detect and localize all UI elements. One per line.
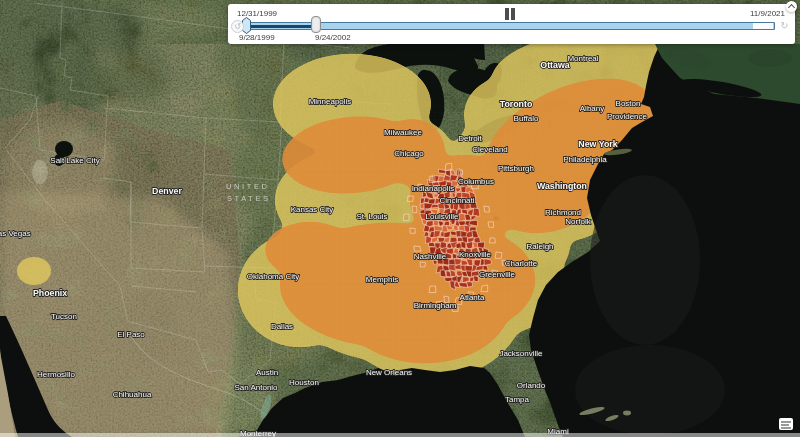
svg-text:Toronto: Toronto <box>500 99 533 109</box>
svg-text:Boston: Boston <box>616 99 641 108</box>
svg-text:Richmond: Richmond <box>545 208 581 217</box>
svg-text:Las Vegas: Las Vegas <box>0 229 31 238</box>
svg-text:Philadelphia: Philadelphia <box>563 155 607 164</box>
svg-text:Greenville: Greenville <box>479 270 516 279</box>
svg-text:Ottawa: Ottawa <box>540 60 569 70</box>
svg-text:Detroit: Detroit <box>458 134 482 143</box>
svg-text:Minneapolis: Minneapolis <box>309 97 352 106</box>
svg-text:Hermosillo: Hermosillo <box>37 370 75 379</box>
svg-text:Montreal: Montreal <box>567 54 598 63</box>
svg-text:Kansas City: Kansas City <box>291 205 334 214</box>
svg-text:Chicago: Chicago <box>394 149 424 158</box>
svg-text:Charlotte: Charlotte <box>505 259 538 268</box>
svg-text:Nashville: Nashville <box>414 252 447 261</box>
svg-text:Washington: Washington <box>537 181 587 191</box>
svg-text:Birmingham: Birmingham <box>414 301 457 310</box>
svg-text:Providence: Providence <box>607 112 648 121</box>
svg-text:Raleigh: Raleigh <box>526 242 553 251</box>
svg-text:Austin: Austin <box>256 368 278 377</box>
svg-text:Oklahoma City: Oklahoma City <box>247 272 299 281</box>
svg-text:Pittsburgh: Pittsburgh <box>498 164 534 173</box>
svg-text:Columbus: Columbus <box>458 177 494 186</box>
svg-text:Memphis: Memphis <box>366 275 398 284</box>
svg-text:New York: New York <box>578 139 617 149</box>
svg-text:Buffalo: Buffalo <box>514 114 539 123</box>
svg-text:Phoenix: Phoenix <box>33 288 67 298</box>
svg-text:Indianapolis: Indianapolis <box>412 184 455 193</box>
svg-text:Houston: Houston <box>289 378 319 387</box>
svg-text:New Orleans: New Orleans <box>366 368 412 377</box>
svg-text:Knoxville: Knoxville <box>459 250 492 259</box>
svg-text:St. Louis: St. Louis <box>356 212 387 221</box>
svg-text:Cincinnati: Cincinnati <box>439 196 474 205</box>
svg-text:STATES: STATES <box>227 194 271 203</box>
svg-text:Tucson: Tucson <box>51 312 77 321</box>
svg-text:Norfolk: Norfolk <box>565 217 591 226</box>
svg-text:Cleveland: Cleveland <box>472 145 508 154</box>
svg-text:Salt Lake City: Salt Lake City <box>50 156 99 165</box>
svg-text:Jacksonville: Jacksonville <box>499 349 543 358</box>
svg-text:Louisville: Louisville <box>426 212 459 221</box>
svg-text:Denver: Denver <box>152 186 182 196</box>
svg-text:Chihuahua: Chihuahua <box>113 390 152 399</box>
svg-text:Tampa: Tampa <box>505 395 530 404</box>
svg-text:Orlando: Orlando <box>517 381 546 390</box>
svg-text:Atlanta: Atlanta <box>460 293 485 302</box>
svg-text:San Antonio: San Antonio <box>234 383 278 392</box>
svg-text:Milwaukee: Milwaukee <box>384 128 422 137</box>
svg-text:El Paso: El Paso <box>117 330 145 339</box>
svg-text:UNITED: UNITED <box>226 182 270 191</box>
svg-text:Dallas: Dallas <box>271 322 293 331</box>
svg-text:Albany: Albany <box>580 104 604 113</box>
